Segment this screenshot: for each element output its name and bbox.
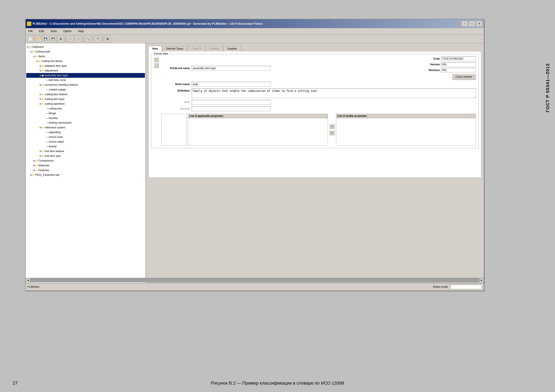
short-name-input[interactable]	[192, 82, 271, 87]
menu-tools[interactable]: Tools	[49, 29, 58, 34]
tab-case-of[interactable]: Case Of	[188, 46, 205, 51]
tab-content[interactable]: Content	[206, 46, 223, 51]
print-button[interactable]: 🖨	[57, 36, 64, 42]
tree-item-p511[interactable]: ⊞ 📁 P511_Fasteners.spf	[26, 173, 145, 177]
definition-input[interactable]	[192, 88, 476, 98]
tree-item-clipboard[interactable]: ⊞ 📋 Clipboard	[26, 45, 145, 49]
revision-input[interactable]	[441, 68, 476, 72]
minimize-button[interactable]: −	[461, 21, 468, 27]
tree-item-tool-item-type[interactable]: ⊞ 📁 tool item type	[26, 154, 145, 158]
search-button[interactable]: 🔍	[85, 36, 91, 42]
note-input[interactable]	[192, 100, 271, 105]
arrow-right-button[interactable]: ⇒	[329, 124, 335, 129]
arrow-left-button[interactable]: ⇐	[329, 130, 335, 135]
tree-item-features[interactable]: ⊞ 📁 Features	[26, 168, 145, 173]
tab-supplier[interactable]: Supplier	[223, 46, 241, 51]
expand-materials[interactable]: ⊞	[33, 164, 35, 167]
edit-icon-btn-1[interactable]: ✏️	[154, 57, 159, 62]
expand-cit[interactable]: ⊞	[40, 98, 41, 100]
edit-icon-btn-2[interactable]: 📋	[154, 63, 159, 68]
figure-caption: Рисунок В.2 — Пример классификации в сло…	[0, 381, 555, 386]
tree-item-components[interactable]: ⊞ 📁 Components	[26, 158, 145, 163]
expand-co[interactable]: ⊞	[40, 103, 41, 105]
close-button[interactable]: ✕	[476, 21, 482, 27]
tree-item-cutting-item-feature[interactable]: ⊞ 📁 cutting item feature	[26, 92, 145, 97]
expand-adjustment[interactable]: ⊞	[40, 70, 41, 72]
thread-icon: —	[46, 145, 48, 148]
tree-item-cutting-tools[interactable]: ⊟ 📁 Cutting tools	[26, 49, 145, 54]
tree-item-bolt[interactable]: — bolt hole circle	[26, 78, 145, 83]
main-window: 🔧 PLIBEditor : C:\Documents and Settings…	[25, 19, 484, 291]
grid-button[interactable]: ⊞	[104, 36, 111, 42]
cif-icon: 📁	[41, 93, 44, 96]
expand-clipboard[interactable]: ⊞	[27, 46, 29, 48]
expand-connection[interactable]: ⊞	[40, 84, 41, 86]
expand-cif[interactable]: ⊞	[40, 93, 41, 95]
tree-item-tool-item-feature[interactable]: ⊞ 📁 tool item feature	[26, 149, 145, 154]
expand-lib[interactable]: ⊟	[37, 60, 38, 62]
tree-item-adaptive[interactable]: ⊞ 📁 adaptive item type	[26, 64, 145, 68]
form-panel: Family data ✏️ 📋	[148, 51, 481, 178]
remark-row: Remark	[161, 107, 476, 111]
tree-item-cutting-operation[interactable]: ⊞ 📁 cutting operation	[26, 101, 145, 106]
version-input[interactable]	[441, 62, 476, 67]
menu-help[interactable]: Help	[77, 29, 85, 34]
menu-file[interactable]: File	[27, 29, 34, 34]
tab-defined-types[interactable]: Defined Types	[162, 46, 187, 51]
tree-item-keyway[interactable]: — keyway	[26, 116, 145, 121]
components-icon: 📁	[35, 159, 38, 162]
save-button[interactable]: 💾	[42, 36, 49, 42]
back-button[interactable]: ←	[67, 36, 74, 42]
preferred-name-label: Preferred name	[161, 67, 190, 70]
tree-item-materials[interactable]: ⊞ 📁 Materials	[26, 163, 145, 168]
tree-item-thread[interactable]: — thread	[26, 144, 145, 149]
expand-components[interactable]: ⊞	[33, 160, 35, 162]
tree-item-cutting-tool[interactable]: — cutting tool	[26, 106, 145, 111]
open-button[interactable]: 📂	[35, 36, 41, 42]
menu-edit[interactable]: Edit	[38, 29, 45, 34]
expand-assembly[interactable]: ⊞	[40, 74, 41, 77]
tree-item-flange[interactable]: — flange	[26, 111, 145, 116]
expand-tit[interactable]: ⊞	[40, 155, 41, 157]
tree-item-coolant[interactable]: — coolant supply	[26, 87, 145, 92]
runout-axial-icon: —	[46, 136, 48, 138]
tab-item[interactable]: Item	[148, 46, 162, 51]
restore-button[interactable]: □	[469, 21, 475, 27]
tree-item-locking[interactable]: — locking mechanism	[26, 121, 145, 125]
scroll-right-button[interactable]: ▶	[479, 278, 484, 282]
tree-item-items[interactable]: ⊟ 📁 Items	[26, 54, 145, 59]
tree-item-assembly[interactable]: ⊞ 📁 assembly item type	[26, 73, 145, 78]
remark-input[interactable]	[192, 107, 271, 111]
help-button[interactable]: ?	[94, 36, 101, 42]
tree-item-runout-axial[interactable]: — runout axial	[26, 135, 145, 139]
menu-option[interactable]: Option	[62, 29, 73, 34]
tree-item-lib[interactable]: ⊟ 📁 cutting tool library	[26, 59, 145, 64]
note-label: Note	[161, 101, 190, 104]
title-bar: 🔧 PLIBEditor : C:\Documents and Settings…	[26, 19, 484, 28]
tree-item-reference[interactable]: ⊞ 📁 reference system	[26, 125, 145, 130]
expand-ref[interactable]: ⊞	[40, 127, 41, 129]
tree-item-adjustment[interactable]: ⊞ 📁 adjustment	[26, 68, 145, 73]
scroll-track[interactable]	[30, 278, 479, 282]
class-selector-button[interactable]: Class selector	[452, 74, 476, 80]
tree-item-cutting-item-type[interactable]: ⊞ 📁 cutting item type	[26, 97, 145, 101]
right-fields: Code Version Revision	[424, 57, 476, 80]
code-input[interactable]	[441, 57, 476, 61]
tree-item-runout-radial[interactable]: — runout radial	[26, 139, 145, 144]
expand-features[interactable]: ⊞	[33, 169, 35, 171]
expand-cutting-tools[interactable]: ⊟	[30, 50, 32, 53]
scroll-left-button[interactable]: ◀	[26, 278, 30, 282]
revision-row: Revision	[424, 68, 476, 72]
runout-radial-icon: —	[46, 141, 48, 143]
tree-item-connection[interactable]: ⊞ 📁 connection interface feature	[26, 83, 145, 87]
expand-items[interactable]: ⊟	[33, 55, 35, 57]
expand-p511[interactable]: ⊞	[30, 174, 32, 176]
tree-item-regrinding[interactable]: — regrinding	[26, 130, 145, 135]
expand-tif[interactable]: ⊞	[40, 150, 41, 152]
forward-button[interactable]: →	[75, 36, 82, 42]
preferred-name-input[interactable]	[192, 66, 271, 71]
save-all-button[interactable]: 💾	[50, 36, 57, 42]
new-button[interactable]: 📄	[27, 36, 34, 42]
expand-adaptive[interactable]: ⊞	[40, 65, 41, 67]
code-row: Code	[424, 57, 476, 61]
